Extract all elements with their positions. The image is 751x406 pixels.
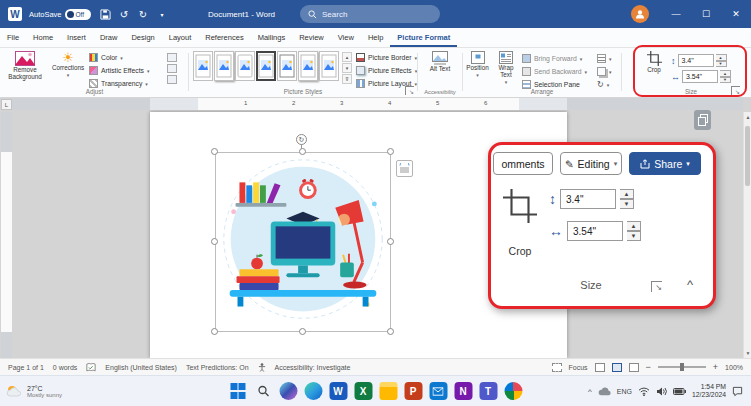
minimize-button[interactable]: — bbox=[661, 0, 691, 28]
artistic-effects-button[interactable]: Artistic Effects▾ bbox=[89, 64, 149, 77]
width-input[interactable]: 3.54" bbox=[682, 70, 718, 83]
read-mode-icon[interactable] bbox=[595, 363, 605, 372]
word-icon[interactable]: W bbox=[329, 382, 347, 400]
language-indicator[interactable]: English (United States) bbox=[105, 364, 177, 371]
height-input[interactable]: 3.4" bbox=[678, 54, 714, 67]
undo-icon[interactable]: ↺ bbox=[116, 6, 133, 23]
tab-picture-format[interactable]: Picture Format bbox=[390, 28, 457, 47]
tray-chevron-icon[interactable]: ^ bbox=[588, 387, 592, 396]
taskbar-search-icon[interactable] bbox=[254, 382, 272, 400]
teams-icon[interactable]: T bbox=[479, 382, 497, 400]
tab-help[interactable]: Help bbox=[361, 28, 390, 47]
word-count[interactable]: 0 words bbox=[53, 364, 78, 371]
callout-share-button[interactable]: Share ▾ bbox=[629, 152, 701, 175]
scroll-down-icon[interactable]: ▼ bbox=[744, 350, 751, 356]
focus-label[interactable]: Focus bbox=[569, 364, 588, 371]
accessibility-status[interactable]: Accessibility: Investigate bbox=[275, 364, 351, 371]
callout-height-spinner[interactable]: ↕ 3.4" ▲▼ bbox=[549, 189, 634, 209]
page-indicator[interactable]: Page 1 of 1 bbox=[8, 364, 44, 371]
tab-review[interactable]: Review bbox=[292, 28, 331, 47]
close-button[interactable]: ✕ bbox=[721, 0, 751, 28]
height-step-down[interactable]: ▼ bbox=[620, 199, 634, 209]
tab-insert[interactable]: Insert bbox=[60, 28, 93, 47]
file-explorer-icon[interactable] bbox=[379, 382, 397, 400]
alt-text-button[interactable]: Alt Text bbox=[426, 51, 454, 73]
word-app-icon[interactable]: W bbox=[8, 7, 22, 21]
callout-width-input[interactable]: 3.54" bbox=[567, 221, 623, 241]
picture-effects-button[interactable]: Picture Effects▾ bbox=[356, 64, 417, 77]
proofing-icon[interactable] bbox=[86, 363, 96, 372]
horizontal-ruler[interactable]: 1 2 3 4 5 6 bbox=[0, 98, 743, 110]
customize-toolbar-icon[interactable]: ▾ bbox=[154, 6, 171, 23]
edge-icon[interactable] bbox=[304, 382, 322, 400]
autosave-toggle[interactable]: Off bbox=[65, 9, 91, 20]
selected-picture[interactable] bbox=[215, 152, 391, 332]
onedrive-cloud-icon[interactable] bbox=[598, 387, 611, 396]
resize-handle-se[interactable] bbox=[387, 328, 394, 335]
clock[interactable]: 1:54 PM 12/23/2024 bbox=[692, 383, 726, 400]
tab-draw[interactable]: Draw bbox=[93, 28, 125, 47]
height-step-up[interactable]: ▲ bbox=[620, 189, 634, 199]
battery-icon[interactable] bbox=[673, 388, 686, 395]
gallery-more-icon[interactable]: ⊽ bbox=[342, 74, 352, 84]
width-step-down[interactable]: ▼ bbox=[720, 77, 731, 84]
width-spinner[interactable]: ↔ 3.54" ▲▼ bbox=[671, 70, 731, 83]
gallery-down-icon[interactable]: ▾ bbox=[342, 63, 352, 73]
wifi-icon[interactable] bbox=[638, 387, 650, 396]
callout-width-spinner[interactable]: ↔ 3.54" ▲▼ bbox=[549, 221, 641, 241]
dialog-launcher-icon[interactable]: ↘ bbox=[405, 86, 414, 95]
tab-home[interactable]: Home bbox=[26, 28, 60, 47]
tab-selector[interactable]: L bbox=[1, 99, 12, 110]
resize-handle-ne[interactable] bbox=[387, 148, 394, 155]
reset-picture-icon[interactable] bbox=[167, 75, 177, 84]
align-button[interactable]: ▾ bbox=[597, 52, 612, 65]
excel-icon[interactable]: X bbox=[354, 382, 372, 400]
account-avatar[interactable] bbox=[631, 5, 649, 23]
compress-picture-icon[interactable] bbox=[167, 53, 177, 62]
callout-editing-dropdown[interactable]: ✎ Editing ▾ bbox=[560, 152, 622, 175]
scroll-up-icon[interactable]: ▲ bbox=[744, 114, 751, 120]
corrections-button[interactable]: ☀ Corrections ▾ bbox=[49, 51, 87, 78]
dialog-launcher-icon[interactable]: ↘ bbox=[731, 86, 740, 95]
zoom-in-icon[interactable]: + bbox=[713, 362, 718, 372]
picture-style-thumbnail[interactable] bbox=[235, 51, 255, 81]
onenote-icon[interactable]: N bbox=[454, 382, 472, 400]
notification-icon[interactable] bbox=[732, 386, 743, 397]
tab-view[interactable]: View bbox=[331, 28, 361, 47]
redo-icon[interactable]: ↻ bbox=[135, 6, 152, 23]
picture-style-thumbnail[interactable] bbox=[193, 51, 213, 81]
picture-border-button[interactable]: Picture Border▾ bbox=[356, 51, 417, 64]
picture-style-thumbnail[interactable] bbox=[214, 51, 234, 81]
print-layout-icon[interactable] bbox=[612, 363, 622, 372]
volume-icon[interactable] bbox=[656, 387, 667, 396]
callout-height-input[interactable]: 3.4" bbox=[560, 189, 616, 209]
picture-style-thumbnail[interactable] bbox=[298, 51, 318, 81]
change-picture-icon[interactable] bbox=[167, 64, 177, 73]
copilot-icon[interactable] bbox=[279, 382, 297, 400]
collapse-ribbon-icon[interactable]: ^ bbox=[687, 277, 693, 292]
text-predictions[interactable]: Text Predictions: On bbox=[186, 364, 249, 371]
zoom-out-icon[interactable]: − bbox=[646, 362, 651, 372]
scrollbar-thumb[interactable] bbox=[745, 126, 750, 186]
resize-handle-w[interactable] bbox=[211, 238, 218, 245]
copy-icon[interactable] bbox=[694, 110, 711, 130]
height-spinner[interactable]: ↕ 3.4" ▲▼ bbox=[671, 54, 727, 67]
search-input[interactable]: Search bbox=[300, 5, 440, 23]
weather-widget[interactable]: 27°C Mostly sunny bbox=[0, 384, 62, 398]
crop-icon[interactable] bbox=[503, 189, 537, 223]
color-button[interactable]: Color▾ bbox=[89, 51, 149, 64]
height-step-down[interactable]: ▼ bbox=[716, 61, 727, 68]
tab-references[interactable]: References bbox=[198, 28, 250, 47]
web-layout-icon[interactable] bbox=[629, 363, 639, 372]
remove-background-button[interactable]: Remove Background bbox=[3, 51, 47, 81]
autosave-control[interactable]: AutoSave Off bbox=[29, 9, 91, 20]
group-objects-button[interactable]: ▾ bbox=[597, 65, 612, 78]
gallery-up-icon[interactable]: ▴ bbox=[342, 52, 352, 62]
mail-icon[interactable] bbox=[429, 382, 447, 400]
tab-design[interactable]: Design bbox=[124, 28, 161, 47]
picture-style-thumbnail[interactable] bbox=[319, 51, 339, 81]
crop-button[interactable]: Crop bbox=[640, 51, 668, 74]
resize-handle-n[interactable] bbox=[299, 148, 306, 155]
tab-file[interactable]: File bbox=[0, 28, 26, 47]
maximize-button[interactable]: ☐ bbox=[691, 0, 721, 28]
